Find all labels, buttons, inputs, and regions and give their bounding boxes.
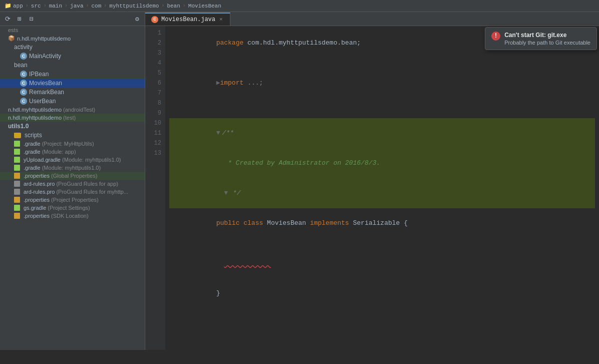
class-icon-userbean: C — [20, 98, 27, 105]
sidebar-item-utils10[interactable]: utils1.0 — [0, 122, 145, 131]
settings-gradle-label: gs.gradle (Project Settings) — [24, 205, 90, 211]
code-line-4 — [169, 98, 595, 108]
sidebar-item-activity[interactable]: activity — [0, 43, 145, 52]
breadcrumb-item-java[interactable]: java — [69, 3, 85, 10]
package-label: n.hdl.myhttputilsdemo — [17, 36, 71, 42]
sidebar-item-ipbean[interactable]: C IPBean — [0, 70, 145, 79]
folder-scripts-icon — [14, 133, 21, 138]
test-label: n.hdl.myhttputilsdemo (test) — [8, 115, 76, 121]
code-line-5 — [169, 108, 595, 118]
ipbean-label: IPBean — [29, 71, 49, 78]
gradle-project-icon — [14, 141, 20, 147]
sdk-props-label: .properties (SDK Location) — [24, 213, 89, 219]
code-line-2 — [169, 58, 595, 68]
proguard-myhttp-label: ard-rules.pro (ProGuard Rules for myhttp… — [24, 189, 128, 195]
project-props-label: .properties (Project Properties) — [24, 197, 99, 203]
sidebar-item-global-props[interactable]: .properties (Global Properties) — [0, 172, 145, 180]
app-folder-icon: 📁 — [5, 3, 12, 9]
moviesbean-label: MoviesBean — [29, 80, 62, 87]
gradle-module-icon — [14, 165, 20, 171]
class-icon-remarkbean: C — [20, 89, 27, 96]
line-numbers: 1 2 3 4 5 6 7 8 9 10 11 12 13 — [145, 26, 165, 350]
sidebar-item-gradle-module[interactable]: .gradle (Module: myhttputils1.0) — [0, 164, 145, 172]
sidebar-item-moviesbean[interactable]: C MoviesBean — [0, 79, 145, 88]
package-icon: 📦 — [8, 35, 15, 42]
sidebar-item-proguard-myhttp[interactable]: ard-rules.pro (ProGuard Rules for myhttp… — [0, 188, 145, 196]
breadcrumb-item-src[interactable]: src — [30, 3, 43, 10]
proguard-app-label: ard-rules.pro (ProGuard Rules for app) — [24, 181, 118, 187]
breadcrumb-item-myhttputilsdemo[interactable]: myhttputilsdemo — [108, 3, 160, 10]
notification-title: Can't start Git: git.exe — [504, 32, 590, 39]
sdk-props-icon — [14, 213, 20, 219]
sidebar-item-gradle-project[interactable]: .gradle (Project: MyHttpUtils) — [0, 140, 145, 148]
settings-gradle-icon — [14, 205, 20, 211]
breadcrumb-item-app[interactable]: 📁 app — [3, 2, 25, 10]
code-editor[interactable]: 1 2 3 4 5 6 7 8 9 10 11 12 13 — [145, 26, 599, 350]
scripts-label: scripts — [25, 132, 42, 139]
tab-moviesbean[interactable]: C MoviesBean.java × — [145, 13, 230, 26]
sidebar-item-scripts[interactable]: scripts — [0, 131, 145, 140]
sidebar-item-proguard-app[interactable]: ard-rules.pro (ProGuard Rules for app) — [0, 180, 145, 188]
sync-button[interactable]: ⟳ — [2, 14, 13, 25]
sidebar-item-remarkbean[interactable]: C RemarkBean — [0, 88, 145, 97]
breadcrumb-item-bean[interactable]: bean — [165, 3, 181, 10]
code-line-6: ▼/** — [169, 118, 595, 148]
global-props-icon — [14, 173, 20, 179]
mainactivity-label: MainActivity — [29, 53, 61, 60]
code-line-7: * Created by Administrator on 2016/8/3. — [169, 148, 595, 178]
project-props-icon — [14, 197, 20, 203]
tab-close-button[interactable]: × — [218, 17, 224, 23]
code-line-9: public class MoviesBean implements Seria… — [169, 208, 595, 238]
sidebar-item-test[interactable]: n.hdl.myhttputilsdemo (test) — [0, 114, 145, 122]
sidebar-item-settings-gradle[interactable]: gs.gradle (Project Settings) — [0, 204, 145, 212]
activity-label: activity — [14, 44, 33, 51]
breadcrumb-item-moviesbean[interactable]: MoviesBean — [187, 3, 223, 10]
notification-body: Probably the path to Git executable — [504, 40, 590, 46]
breadcrumb-bar: 📁 app › src › main › java › com › myhttp… — [0, 0, 599, 12]
androidtest-label: n.hdl.myhttputilsdemo (androidTest) — [8, 107, 95, 113]
tab-java-icon: C — [151, 16, 158, 23]
code-line-3: ▶import ...; — [169, 68, 595, 98]
sidebar-item-project-props[interactable]: .properties (Project Properties) — [0, 196, 145, 204]
expand-all-button[interactable]: ⊞ — [14, 14, 25, 25]
proguard-app-icon — [14, 181, 20, 187]
remarkbean-label: RemarkBean — [29, 89, 64, 96]
bean-label: bean — [14, 62, 28, 69]
class-icon-mainactivity: C — [20, 53, 27, 60]
ests-label: ests — [8, 27, 18, 33]
breadcrumb-item-com[interactable]: com — [90, 3, 103, 10]
yupload-gradle-label: yUpload.gradle (Module: myhttputils1.0) — [24, 157, 121, 163]
code-line-11 — [169, 248, 595, 278]
gradle-module-label: .gradle (Module: myhttputils1.0) — [24, 165, 101, 171]
gradle-app-label: .gradle (Module: app) — [24, 149, 76, 155]
git-notification[interactable]: ! Can't start Git: git.exe Probably the … — [485, 27, 597, 50]
code-line-12: } — [169, 278, 595, 308]
class-icon-moviesbean: C — [20, 80, 27, 87]
sidebar: ⟳ ⊞ ⊟ ⚙ ests 📦 n.hdl.myhttputilsdemo act… — [0, 12, 145, 350]
code-line-8: ▼ */ — [169, 178, 595, 208]
settings-button[interactable]: ⚙ — [132, 14, 143, 25]
sidebar-item-sdk-props[interactable]: .properties (SDK Location) — [0, 212, 145, 220]
class-icon-ipbean: C — [20, 71, 27, 78]
error-icon: ! — [491, 32, 500, 41]
collapse-all-button[interactable]: ⊟ — [26, 14, 37, 25]
code-content[interactable]: package com.hdl.myhttputilsdemo.bean; ▶i… — [165, 26, 599, 350]
tab-filename: MoviesBean.java — [161, 16, 215, 23]
sidebar-item-androidtest[interactable]: n.hdl.myhttputilsdemo (androidTest) — [0, 106, 145, 114]
gradle-project-label: .gradle (Project: MyHttpUtils) — [24, 141, 94, 147]
sidebar-item-ests[interactable]: ests — [0, 26, 145, 34]
sidebar-item-mainactivity[interactable]: C MainActivity — [0, 52, 145, 61]
sidebar-item-yupload-gradle[interactable]: yUpload.gradle (Module: myhttputils1.0) — [0, 156, 145, 164]
sidebar-item-bean[interactable]: bean — [0, 61, 145, 70]
notification-content: Can't start Git: git.exe Probably the pa… — [504, 32, 590, 46]
sidebar-item-userbean[interactable]: C UserBean — [0, 97, 145, 106]
sidebar-item-gradle-app[interactable]: .gradle (Module: app) — [0, 148, 145, 156]
gradle-app-icon — [14, 149, 20, 155]
breadcrumb-item-main[interactable]: main — [48, 3, 64, 10]
code-line-13 — [169, 308, 595, 318]
utils10-label: utils1.0 — [8, 123, 29, 130]
global-props-label: .properties (Global Properties) — [24, 173, 97, 179]
sidebar-item-package-root[interactable]: 📦 n.hdl.myhttputilsdemo — [0, 34, 145, 43]
code-line-10 — [169, 238, 595, 248]
yupload-gradle-icon — [14, 157, 20, 163]
